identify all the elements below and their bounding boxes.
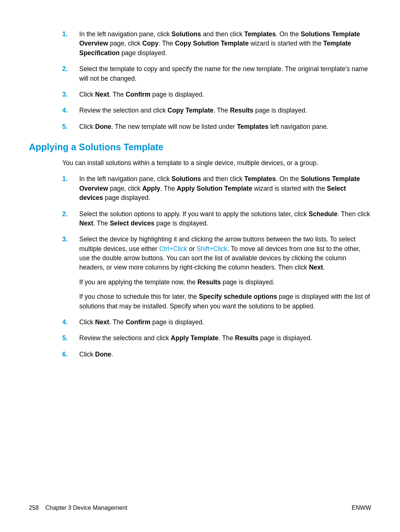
footer-right: ENWW bbox=[352, 505, 371, 511]
list-item: 5.Review the selections and click Apply … bbox=[62, 334, 371, 343]
paragraph: Click Done. The new template will now be… bbox=[79, 122, 371, 131]
bold-text: Schedule bbox=[309, 210, 337, 218]
list-item-body: In the left navigation pane, click Solut… bbox=[79, 174, 371, 203]
bold-text: Specify schedule options bbox=[199, 293, 277, 300]
paragraph: Review the selection and click Copy Temp… bbox=[79, 106, 371, 115]
list-item: 6.Click Done. bbox=[62, 350, 371, 359]
page-footer: 258 Chapter 3 Device Management ENWW bbox=[29, 505, 371, 511]
bold-text: Templates bbox=[244, 175, 276, 183]
list-item-body: Select the template to copy and specify … bbox=[79, 64, 371, 83]
content-area: 1.In the left navigation pane, click Sol… bbox=[62, 30, 371, 359]
list-number: 6. bbox=[62, 350, 70, 359]
list-item-body: Click Next. The Confirm page is displaye… bbox=[79, 318, 371, 327]
bold-text: Copy Template bbox=[167, 107, 213, 114]
list-number: 4. bbox=[62, 106, 70, 115]
list-number: 2. bbox=[62, 64, 70, 83]
ordered-list-copy-template: 1.In the left navigation pane, click Sol… bbox=[62, 30, 371, 131]
page-number: 258 bbox=[29, 505, 39, 511]
intro-paragraph: You can install solutions within a templ… bbox=[62, 158, 371, 168]
paragraph: If you chose to schedule this for later,… bbox=[79, 292, 371, 311]
list-number: 5. bbox=[62, 334, 70, 343]
list-number: 4. bbox=[62, 318, 70, 327]
paragraph: Select the device by highlighting it and… bbox=[79, 235, 371, 272]
bold-text: Apply Solution Template bbox=[177, 185, 252, 192]
list-item: 2.Select the solution options to apply. … bbox=[62, 210, 371, 228]
list-item: 4.Review the selection and click Copy Te… bbox=[62, 106, 371, 115]
paragraph: In the left navigation pane, click Solut… bbox=[79, 174, 371, 203]
list-item: 3.Click Next. The Confirm page is displa… bbox=[62, 90, 371, 99]
paragraph: Click Done. bbox=[79, 350, 371, 359]
list-number: 1. bbox=[62, 174, 70, 203]
paragraph: Select the solution options to apply. If… bbox=[79, 210, 371, 228]
list-item-body: In the left navigation pane, click Solut… bbox=[79, 30, 371, 58]
list-number: 3. bbox=[62, 90, 70, 99]
list-number: 1. bbox=[62, 30, 70, 58]
list-item: 5.Click Done. The new template will now … bbox=[62, 122, 371, 131]
paragraph: Review the selections and click Apply Te… bbox=[79, 334, 371, 343]
chapter-label: Chapter 3 Device Management bbox=[46, 505, 127, 511]
bold-text: Copy bbox=[142, 40, 159, 47]
bold-text: Apply bbox=[142, 185, 160, 192]
document-page: 1.In the left navigation pane, click Sol… bbox=[0, 0, 400, 532]
bold-text: Confirm bbox=[126, 318, 150, 326]
bold-text: Results bbox=[235, 334, 259, 342]
bold-text: Next bbox=[309, 264, 323, 271]
bold-text: Next bbox=[95, 91, 109, 98]
bold-text: Templates bbox=[244, 30, 276, 38]
list-item-body: Select the device by highlighting it and… bbox=[79, 235, 371, 311]
bold-text: Apply Template bbox=[171, 334, 219, 342]
bold-text: Select devices bbox=[110, 220, 154, 227]
list-item: 1.In the left navigation pane, click Sol… bbox=[62, 174, 371, 203]
list-number: 5. bbox=[62, 122, 70, 131]
paragraph: Click Next. The Confirm page is displaye… bbox=[79, 318, 371, 327]
inline-link[interactable]: Ctrl+Click bbox=[159, 245, 187, 252]
bold-text: Results bbox=[230, 107, 253, 114]
list-item: 1.In the left navigation pane, click Sol… bbox=[62, 30, 371, 58]
list-item-body: Click Done. bbox=[79, 350, 371, 359]
paragraph: If you are applying the template now, th… bbox=[79, 278, 371, 287]
bold-text: Done bbox=[95, 123, 111, 130]
list-item-body: Review the selections and click Apply Te… bbox=[79, 334, 371, 343]
bold-text: Solutions bbox=[171, 175, 201, 183]
list-item: 4.Click Next. The Confirm page is displa… bbox=[62, 318, 371, 327]
ordered-list-apply-template: 1.In the left navigation pane, click Sol… bbox=[62, 174, 371, 359]
list-item-body: Click Next. The Confirm page is displaye… bbox=[79, 90, 371, 99]
paragraph: Select the template to copy and specify … bbox=[79, 64, 371, 83]
list-item: 2.Select the template to copy and specif… bbox=[62, 64, 371, 83]
bold-text: Results bbox=[197, 278, 221, 286]
bold-text: Done bbox=[95, 351, 111, 358]
paragraph: Click Next. The Confirm page is displaye… bbox=[79, 90, 371, 99]
footer-left: 258 Chapter 3 Device Management bbox=[29, 505, 127, 511]
bold-text: Templates bbox=[237, 123, 269, 130]
bold-text: Solutions bbox=[171, 30, 201, 38]
list-item: 3.Select the device by highlighting it a… bbox=[62, 235, 371, 311]
section-heading: Applying a Solutions Template bbox=[29, 142, 371, 153]
list-number: 3. bbox=[62, 235, 70, 311]
bold-text: Copy Solution Template bbox=[175, 40, 249, 47]
list-item-body: Review the selection and click Copy Temp… bbox=[79, 106, 371, 115]
list-item-body: Click Done. The new template will now be… bbox=[79, 122, 371, 131]
list-number: 2. bbox=[62, 210, 70, 228]
list-item-body: Select the solution options to apply. If… bbox=[79, 210, 371, 228]
bold-text: Next bbox=[79, 220, 93, 227]
bold-text: Next bbox=[95, 318, 109, 326]
inline-link[interactable]: Shift+Click bbox=[197, 245, 227, 252]
paragraph: In the left navigation pane, click Solut… bbox=[79, 30, 371, 58]
bold-text: Confirm bbox=[126, 91, 150, 98]
